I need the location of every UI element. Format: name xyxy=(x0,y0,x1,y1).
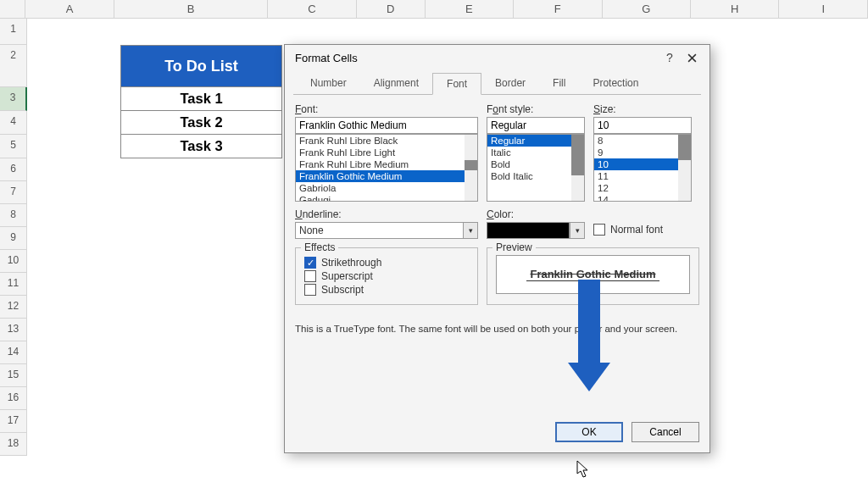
normal-font-label: Normal font xyxy=(610,224,663,236)
preview-box: Franklin Gothic Medium xyxy=(496,255,690,294)
todo-item-cell[interactable]: Task 1 xyxy=(120,87,282,111)
scrollbar[interactable] xyxy=(571,135,584,201)
font-style-label: Font style: xyxy=(487,103,585,115)
subscript-checkbox[interactable] xyxy=(304,284,316,296)
list-item[interactable]: 10 xyxy=(594,158,691,170)
row-header[interactable]: 18 xyxy=(0,433,27,456)
col-header[interactable]: C xyxy=(268,0,356,19)
chevron-down-icon[interactable]: ▾ xyxy=(463,222,478,239)
list-item[interactable]: 11 xyxy=(594,170,691,182)
list-item[interactable]: Frank Ruhl Libre Black xyxy=(296,135,477,147)
superscript-label: Superscript xyxy=(321,270,373,282)
row-header[interactable]: 11 xyxy=(0,273,27,296)
row-header[interactable]: 14 xyxy=(0,341,27,364)
row-header[interactable]: 17 xyxy=(0,410,27,433)
row-header[interactable]: 15 xyxy=(0,364,27,387)
list-item[interactable]: Franklin Gothic Medium xyxy=(296,170,477,182)
ok-button[interactable]: OK xyxy=(555,422,623,442)
scrollbar[interactable] xyxy=(465,135,477,201)
col-header[interactable]: G xyxy=(603,0,691,19)
close-icon xyxy=(687,53,697,63)
help-button[interactable]: ? xyxy=(659,48,681,67)
scrollbar[interactable] xyxy=(678,135,691,201)
format-cells-dialog: Format Cells ? Number Alignment Font Bor… xyxy=(284,44,710,453)
todo-header-cell[interactable]: To Do List xyxy=(120,45,282,87)
select-all-corner[interactable] xyxy=(0,0,25,19)
row-header[interactable]: 12 xyxy=(0,296,27,319)
todo-item-cell[interactable]: Task 3 xyxy=(120,135,282,158)
tab-protection[interactable]: Protection xyxy=(579,73,652,95)
font-label: Font: xyxy=(295,103,478,115)
list-item[interactable]: 14 xyxy=(594,194,691,202)
underline-label: Underline: xyxy=(295,208,478,220)
preview-legend: Preview xyxy=(492,241,536,253)
underline-select[interactable]: None xyxy=(295,222,463,239)
dialog-titlebar[interactable]: Format Cells ? xyxy=(285,45,709,70)
cancel-button[interactable]: Cancel xyxy=(632,422,699,442)
row-header[interactable]: 10 xyxy=(0,250,27,273)
tab-border[interactable]: Border xyxy=(481,73,539,95)
tab-number[interactable]: Number xyxy=(297,73,360,95)
dialog-tabs: Number Alignment Font Border Fill Protec… xyxy=(293,72,701,95)
list-item[interactable]: Regular xyxy=(487,135,584,147)
color-select[interactable] xyxy=(487,222,570,239)
list-item[interactable]: 8 xyxy=(594,135,691,147)
todo-item-cell[interactable]: Task 2 xyxy=(120,111,282,135)
row-header[interactable]: 9 xyxy=(0,227,27,250)
row-header[interactable]: 16 xyxy=(0,387,27,410)
list-item[interactable]: Gabriola xyxy=(296,182,477,194)
strikethrough-label: Strikethrough xyxy=(321,257,381,269)
row-header[interactable]: 8 xyxy=(0,204,27,227)
list-item[interactable]: 9 xyxy=(594,147,691,158)
list-item[interactable]: Bold xyxy=(487,158,584,170)
strikethrough-checkbox[interactable] xyxy=(304,257,316,269)
tab-alignment[interactable]: Alignment xyxy=(360,73,432,95)
row-header[interactable]: 6 xyxy=(0,158,27,181)
list-item[interactable]: Gadugi xyxy=(296,194,477,202)
list-item[interactable]: Bold Italic xyxy=(487,170,584,182)
row-header[interactable]: 4 xyxy=(0,111,27,135)
col-header[interactable]: I xyxy=(779,0,867,19)
col-header[interactable]: E xyxy=(426,0,514,19)
color-label: Color: xyxy=(487,208,585,220)
truetype-hint: This is a TrueType font. The same font w… xyxy=(295,324,699,334)
row-header[interactable]: 7 xyxy=(0,181,27,204)
font-input[interactable] xyxy=(295,117,478,134)
col-header[interactable]: F xyxy=(514,0,602,19)
subscript-label: Subscript xyxy=(321,284,364,296)
list-item[interactable]: 12 xyxy=(594,182,691,194)
col-header[interactable]: D xyxy=(357,0,426,19)
list-item[interactable]: Italic xyxy=(487,147,584,158)
font-listbox[interactable]: Frank Ruhl Libre Black Frank Ruhl Libre … xyxy=(295,134,478,202)
list-item[interactable]: Frank Ruhl Libre Medium xyxy=(296,158,477,170)
row-header[interactable]: 5 xyxy=(0,135,27,158)
superscript-checkbox[interactable] xyxy=(304,270,316,282)
col-header[interactable]: A xyxy=(25,0,114,19)
row-header[interactable]: 13 xyxy=(0,319,27,341)
tab-font[interactable]: Font xyxy=(432,73,481,95)
dialog-title: Format Cells xyxy=(295,52,659,64)
size-input[interactable] xyxy=(593,117,692,134)
font-style-listbox[interactable]: Regular Italic Bold Bold Italic xyxy=(487,134,585,202)
preview-text: Franklin Gothic Medium xyxy=(526,268,659,281)
col-header[interactable]: H xyxy=(691,0,779,19)
row-header[interactable]: 1 xyxy=(0,19,27,45)
tab-fill[interactable]: Fill xyxy=(539,73,579,95)
close-button[interactable] xyxy=(681,48,703,67)
chevron-down-icon[interactable]: ▾ xyxy=(570,222,585,239)
col-header[interactable]: B xyxy=(114,0,268,19)
list-item[interactable]: Frank Ruhl Libre Light xyxy=(296,147,477,158)
size-label: Size: xyxy=(593,103,692,115)
row-header[interactable]: 2 xyxy=(0,45,27,87)
row-header[interactable]: 3 xyxy=(0,87,27,111)
effects-legend: Effects xyxy=(301,241,338,253)
normal-font-checkbox[interactable] xyxy=(593,224,605,236)
size-listbox[interactable]: 8 9 10 11 12 14 xyxy=(593,134,692,202)
font-style-input[interactable] xyxy=(487,117,585,134)
